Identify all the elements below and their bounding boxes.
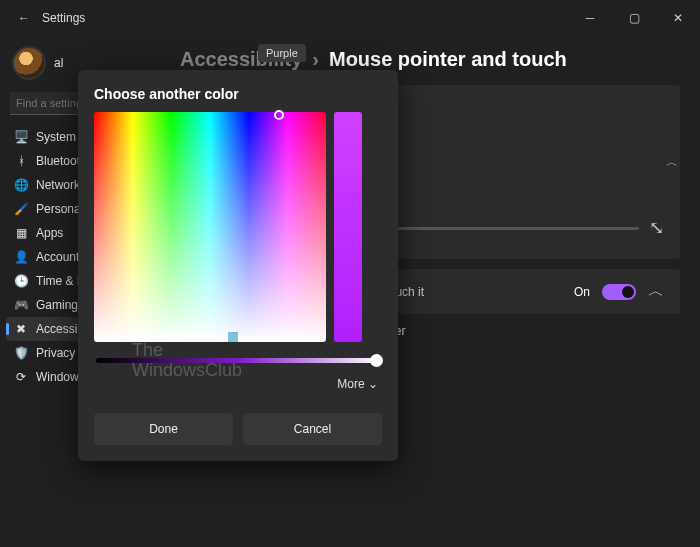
nav-icon: 🖥️: [14, 130, 28, 144]
watermark-icon: [228, 332, 238, 342]
toggle-label: On: [574, 285, 590, 299]
nav-icon: 🖌️: [14, 202, 28, 216]
more-button[interactable]: More ⌄: [94, 377, 378, 391]
nav-icon: ▦: [14, 226, 28, 240]
value-thumb[interactable]: [370, 354, 383, 367]
close-button[interactable]: ✕: [656, 0, 700, 36]
back-button[interactable]: ←: [12, 11, 36, 25]
account-name: al: [54, 56, 63, 70]
modal-title: Choose another color: [94, 86, 382, 102]
nav-icon: ᚼ: [14, 154, 28, 168]
breadcrumb: Accessibility › Mouse pointer and touch: [180, 48, 680, 71]
avatar: [12, 46, 46, 80]
more-label: More: [337, 377, 364, 391]
saturation-value-panel[interactable]: [94, 112, 326, 342]
nav-icon: 🌐: [14, 178, 28, 192]
nav-icon: ✖: [14, 322, 28, 336]
minimize-button[interactable]: ─: [568, 0, 612, 36]
nav-label: System: [36, 130, 76, 144]
expand-chevron-icon[interactable]: ︿: [648, 281, 664, 302]
breadcrumb-current: Mouse pointer and touch: [329, 48, 567, 71]
chevron-down-icon: ⌄: [368, 377, 378, 391]
nav-label: Apps: [36, 226, 63, 240]
value-slider[interactable]: [96, 358, 380, 363]
nav-icon: 👤: [14, 250, 28, 264]
color-tooltip: Purple: [258, 44, 306, 62]
cursor-large-icon: ⤡: [649, 217, 664, 239]
nav-label: Gaming: [36, 298, 78, 312]
nav-icon: 🎮: [14, 298, 28, 312]
maximize-button[interactable]: ▢: [612, 0, 656, 36]
sv-cursor-icon[interactable]: [274, 110, 284, 120]
titlebar: ← Settings ─ ▢ ✕: [0, 0, 700, 36]
window-title: Settings: [42, 11, 85, 25]
touch-toggle[interactable]: [602, 284, 636, 300]
chevron-right-icon: ›: [312, 48, 319, 71]
done-button[interactable]: Done: [94, 413, 233, 445]
nav-icon: ⟳: [14, 370, 28, 384]
cancel-button[interactable]: Cancel: [243, 413, 382, 445]
collapse-chevron-icon[interactable]: ︿: [666, 154, 678, 171]
hue-slider[interactable]: [334, 112, 362, 342]
nav-icon: 🕒: [14, 274, 28, 288]
color-picker-modal: Choose another color More ⌄ Done Cancel: [78, 70, 398, 461]
nav-icon: 🛡️: [14, 346, 28, 360]
